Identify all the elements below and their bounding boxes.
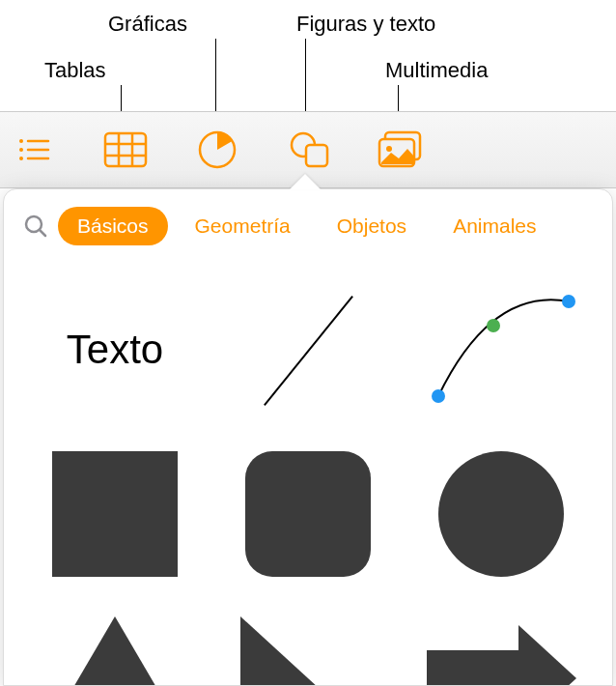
- svg-point-2: [19, 148, 23, 152]
- svg-rect-6: [105, 133, 146, 166]
- callout-graficas: Gráficas: [108, 12, 187, 37]
- triangle-icon: [42, 616, 187, 686]
- svg-point-0: [19, 139, 23, 143]
- right-triangle-icon: [240, 616, 376, 686]
- search-button[interactable]: [21, 214, 50, 239]
- svg-line-18: [40, 230, 45, 236]
- curve-icon: [424, 292, 578, 408]
- shape-square[interactable]: [23, 437, 207, 591]
- search-icon: [23, 214, 48, 239]
- callout-tablas: Tablas: [44, 58, 106, 83]
- rounded-square-icon: [245, 451, 371, 577]
- svg-point-19: [432, 389, 445, 403]
- tab-geometria[interactable]: Geometría: [176, 207, 310, 245]
- list-icon: [17, 136, 50, 163]
- svg-point-21: [562, 295, 575, 308]
- callout-figuras: Figuras y texto: [296, 12, 435, 37]
- text-shape-label: Texto: [67, 327, 163, 373]
- shapes-button[interactable]: [285, 126, 333, 174]
- shape-triangle[interactable]: [23, 601, 207, 686]
- charts-button[interactable]: [193, 126, 241, 174]
- svg-rect-13: [306, 145, 327, 166]
- shape-line[interactable]: [216, 272, 400, 427]
- svg-point-16: [386, 146, 392, 152]
- tab-basicos[interactable]: Básicos: [58, 207, 168, 245]
- list-view-button[interactable]: [10, 126, 58, 174]
- shape-right-triangle[interactable]: [216, 601, 400, 686]
- arrow-icon: [427, 625, 576, 686]
- tab-objetos[interactable]: Objetos: [318, 207, 426, 245]
- tabs-row: Básicos Geometría Objetos Animales: [4, 189, 612, 263]
- shape-rounded-square[interactable]: [216, 437, 400, 591]
- line-icon: [255, 297, 361, 403]
- circle-icon: [438, 451, 564, 577]
- shape-circle[interactable]: [409, 437, 593, 591]
- table-icon: [103, 131, 148, 168]
- shape-arrow[interactable]: [409, 601, 593, 686]
- shapes-icon: [288, 130, 330, 169]
- media-icon: [377, 129, 425, 170]
- media-button[interactable]: [377, 126, 425, 174]
- callout-multimedia: Multimedia: [385, 58, 488, 83]
- tables-button[interactable]: [101, 126, 150, 174]
- tab-animales[interactable]: Animales: [434, 207, 555, 245]
- pie-chart-icon: [197, 129, 238, 170]
- square-icon: [52, 451, 178, 577]
- shapes-grid: Texto: [4, 263, 612, 686]
- shape-text[interactable]: Texto: [23, 272, 207, 427]
- popover-arrow: [290, 174, 321, 189]
- svg-point-20: [487, 319, 500, 332]
- svg-point-4: [19, 157, 23, 160]
- shapes-popover: Básicos Geometría Objetos Animales Texto: [3, 188, 613, 686]
- shape-curve[interactable]: [409, 272, 593, 427]
